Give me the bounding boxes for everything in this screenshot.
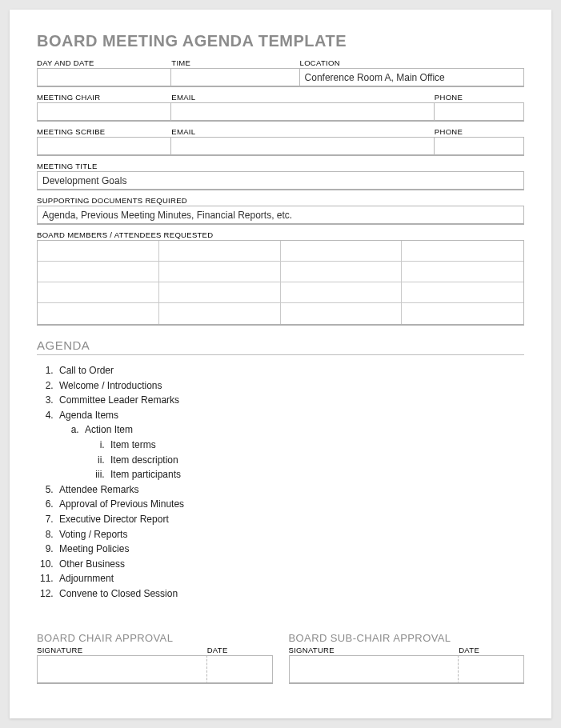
location-label: LOCATION [300, 58, 524, 67]
attendees-grid [37, 240, 524, 326]
board-subchair-approval: BOARD SUB-CHAIR APPROVAL SIGNATURE DATE [289, 632, 525, 684]
attendee-cell[interactable] [38, 241, 159, 262]
attendee-cell[interactable] [38, 262, 159, 282]
attendee-cell[interactable] [402, 303, 523, 324]
supporting-docs-block: SUPPORTING DOCUMENTS REQUIRED [37, 196, 524, 225]
scribe-input[interactable] [37, 137, 171, 156]
agenda-item-label: Agenda Items [59, 410, 118, 421]
attendee-cell[interactable] [159, 282, 281, 303]
date-label: DATE [459, 646, 524, 654]
agenda-subsubitem: Item participants [107, 467, 524, 482]
agenda-list: Call to Order Welcome / Introductions Co… [37, 363, 524, 602]
agenda-item: Agenda Items Action Item Item terms Item… [56, 408, 524, 482]
chair-label: MEETING CHAIR [37, 93, 171, 102]
board-chair-approval-title: BOARD CHAIR APPROVAL [37, 632, 273, 644]
chair-email-label: EMAIL [171, 93, 435, 102]
attendee-cell[interactable] [402, 282, 523, 303]
approval-row: BOARD CHAIR APPROVAL SIGNATURE DATE BOAR… [37, 632, 524, 684]
attendee-cell[interactable] [281, 303, 403, 324]
board-subchair-approval-title: BOARD SUB-CHAIR APPROVAL [289, 632, 525, 644]
attendee-cell[interactable] [281, 282, 403, 303]
agenda-subsubitem: Item terms [107, 438, 524, 453]
agenda-item: Other Business [56, 557, 524, 572]
date-label: DATE [207, 646, 273, 654]
agenda-item: Convene to Closed Session [56, 586, 524, 602]
agenda-subsubitem: Item description [107, 453, 524, 468]
time-input[interactable] [171, 68, 299, 87]
attendees-label: BOARD MEMBERS / ATTENDEES REQUESTED [37, 230, 524, 239]
date-time-location-row: DAY AND DATE TIME LOCATION [37, 58, 524, 87]
document-page: BOARD MEETING AGENDA TEMPLATE DAY AND DA… [10, 10, 551, 718]
scribe-email-label: EMAIL [171, 127, 435, 136]
attendee-cell[interactable] [159, 241, 281, 262]
attendee-cell[interactable] [281, 241, 403, 262]
agenda-item: Attendee Remarks [56, 482, 524, 498]
agenda-item: Call to Order [56, 363, 524, 378]
scribe-label: MEETING SCRIBE [37, 127, 171, 136]
subchair-date-field[interactable] [459, 655, 524, 684]
supporting-docs-input[interactable] [37, 206, 524, 225]
agenda-subitem: Action Item Item terms Item description … [82, 422, 524, 482]
day-date-input[interactable] [37, 68, 171, 87]
signature-label: SIGNATURE [289, 646, 459, 654]
chair-signature-field[interactable] [37, 655, 207, 684]
agenda-item: Approval of Previous Minutes [56, 497, 524, 512]
attendee-cell[interactable] [402, 241, 523, 262]
agenda-item: Committee Leader Remarks [56, 393, 524, 408]
attendee-cell[interactable] [38, 282, 159, 303]
agenda-subitem-label: Action Item [85, 424, 133, 435]
scribe-email-input[interactable] [171, 137, 435, 156]
document-title: BOARD MEETING AGENDA TEMPLATE [37, 32, 524, 50]
chair-input[interactable] [37, 102, 171, 122]
board-chair-approval: BOARD CHAIR APPROVAL SIGNATURE DATE [37, 632, 273, 684]
agenda-item: Voting / Reports [56, 527, 524, 542]
chair-email-input[interactable] [171, 102, 435, 122]
scribe-row: MEETING SCRIBE EMAIL PHONE [37, 127, 524, 156]
meeting-title-label: MEETING TITLE [37, 162, 524, 170]
attendee-cell[interactable] [38, 303, 159, 324]
signature-label: SIGNATURE [37, 646, 207, 654]
time-label: TIME [171, 58, 299, 67]
agenda-item: Executive Director Report [56, 512, 524, 527]
attendee-cell[interactable] [281, 262, 403, 282]
chair-phone-input[interactable] [435, 102, 524, 122]
day-date-label: DAY AND DATE [37, 58, 171, 67]
chair-phone-label: PHONE [435, 93, 524, 102]
subchair-signature-field[interactable] [289, 655, 459, 684]
scribe-phone-label: PHONE [435, 127, 524, 136]
agenda-heading: AGENDA [37, 338, 524, 355]
location-input[interactable] [300, 68, 524, 87]
agenda-item: Adjournment [56, 571, 524, 586]
scribe-phone-input[interactable] [435, 137, 524, 156]
supporting-docs-label: SUPPORTING DOCUMENTS REQUIRED [37, 196, 524, 205]
attendee-cell[interactable] [159, 262, 281, 282]
chair-date-field[interactable] [207, 655, 273, 684]
attendee-cell[interactable] [159, 303, 281, 324]
meeting-title-block: MEETING TITLE [37, 162, 524, 190]
attendee-cell[interactable] [402, 262, 523, 282]
chair-row: MEETING CHAIR EMAIL PHONE [37, 93, 524, 122]
agenda-item: Welcome / Introductions [56, 378, 524, 394]
meeting-title-input[interactable] [37, 171, 524, 190]
agenda-item: Meeting Policies [56, 542, 524, 557]
